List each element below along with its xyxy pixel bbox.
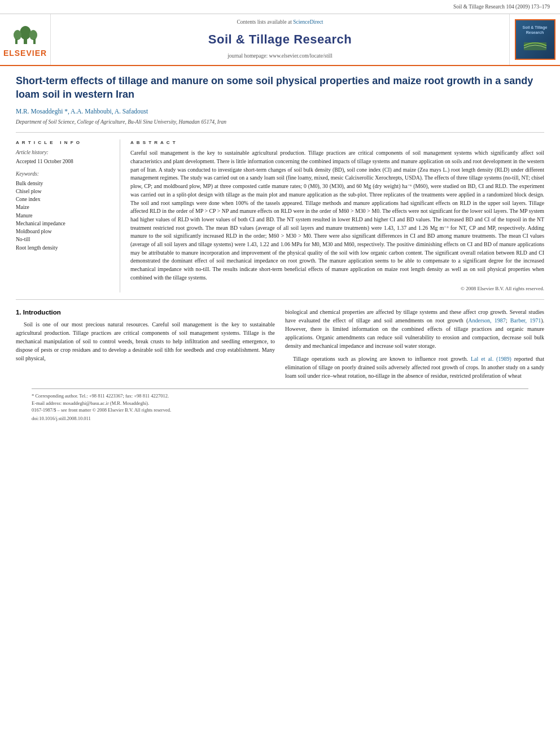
contents-line: Contents lists available at ScienceDirec… (237, 19, 323, 27)
journal-logo: Soil & TillageResearch (515, 19, 555, 60)
main-content: Short-term effects of tillage and manure… (0, 66, 560, 428)
body-left: 1. Introduction Soil is one of our most … (16, 308, 275, 383)
journal-logo-box: Soil & TillageResearch (509, 14, 560, 65)
keywords-label: Keywords: (16, 171, 112, 178)
svg-point-2 (14, 30, 21, 40)
ref-lal[interactable]: Lal et al. (1989) (471, 356, 511, 362)
abstract-panel: A B S T R A C T Careful soil management … (130, 139, 544, 293)
article-title: Short-term effects of tillage and manure… (16, 74, 544, 102)
keyword-moldboard-plow: Moldboard plow (16, 228, 112, 235)
corresponding-author-note: * Corresponding author. Tel.: +98 811 42… (32, 392, 528, 399)
elsevier-text: ELSEVIER (3, 47, 47, 59)
keyword-maize: Maize (16, 203, 112, 211)
affiliation: Department of Soil Science, College of A… (16, 119, 544, 133)
email-note: E-mail address: mosaddeghi@basu.ac.ir (M… (32, 400, 528, 407)
section1-left-para1: Soil is one of our most precious natural… (16, 320, 275, 362)
journal-reference: Soil & Tillage Research 104 (2009) 173–1… (0, 0, 560, 14)
journal-title: Soil & Tillage Research (208, 30, 352, 49)
keyword-bulk-density: Bulk density (16, 180, 112, 187)
article-history-label: Article history: (16, 149, 112, 157)
keyword-root-length-density: Root length density (16, 244, 112, 252)
abstract-heading: A B S T R A C T (130, 139, 544, 146)
section1-heading: 1. Introduction (16, 308, 275, 317)
body-right: biological and chemical properties are a… (285, 308, 544, 383)
svg-point-3 (29, 30, 37, 40)
body-content: 1. Introduction Soil is one of our most … (16, 308, 544, 383)
keyword-manure: Manure (16, 212, 112, 220)
article-info-panel: A R T I C L E I N F O Article history: A… (16, 139, 120, 293)
section1-right-para1: biological and chemical properties are a… (285, 308, 544, 350)
journal-homepage: journal homepage: www.elsevier.com/locat… (228, 53, 333, 60)
journal-logo-text: Soil & TillageResearch (523, 25, 548, 35)
keyword-mechanical-impedance: Mechanical impedance (16, 220, 112, 228)
keywords-section: Keywords: Bulk density Chisel plow Cone … (16, 171, 112, 252)
ref-barber[interactable]: Barber, 1971 (510, 317, 541, 324)
svg-rect-4 (15, 39, 18, 44)
keyword-no-till: No-till (16, 235, 112, 243)
svg-rect-5 (33, 39, 36, 44)
article-info-abstract: A R T I C L E I N F O Article history: A… (16, 139, 544, 300)
authors: M.R. Mosaddeghi *, A.A. Mahboubi, A. Saf… (16, 107, 544, 116)
elsevier-logo-box: ELSEVIER (0, 14, 51, 65)
section1-right-para2: Tillage operations such as plowing are k… (285, 355, 544, 380)
header-center: Contents lists available at ScienceDirec… (51, 14, 509, 65)
elsevier-tree-icon (11, 20, 40, 45)
copyright-line: © 2008 Elsevier B.V. All rights reserved… (130, 285, 544, 292)
accepted-date: Accepted 11 October 2008 (16, 158, 112, 166)
issn-line: 0167-1987/$ – see front matter © 2008 El… (32, 407, 528, 413)
footer-area: * Corresponding author. Tel.: +98 811 42… (32, 388, 528, 422)
keyword-cone-index: Cone index (16, 195, 112, 203)
abstract-text: Careful soil management is the key to su… (130, 149, 544, 282)
keyword-chisel-plow: Chisel plow (16, 187, 112, 195)
journal-logo-icon (523, 37, 548, 54)
svg-point-1 (20, 26, 31, 40)
ref-anderson[interactable]: Anderson, 1987 (468, 317, 506, 324)
article-info-heading: A R T I C L E I N F O (16, 139, 112, 146)
journal-header: ELSEVIER Contents lists available at Sci… (0, 14, 560, 66)
sciencedirect-link[interactable]: ScienceDirect (293, 19, 323, 25)
doi-line: doi:10.1016/j.still.2008.10.011 (32, 415, 528, 422)
